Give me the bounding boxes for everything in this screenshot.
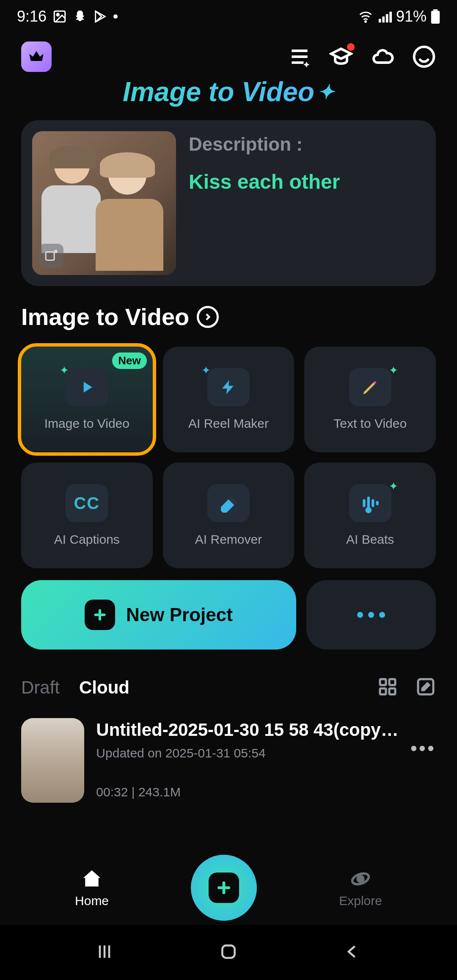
system-nav — [0, 925, 457, 980]
grid-view-icon[interactable] — [377, 677, 398, 699]
pencil-icon: ✦ — [349, 368, 391, 406]
list-sparkle-icon[interactable] — [288, 45, 311, 69]
section-title-row[interactable]: Image to Video — [21, 303, 457, 330]
svg-rect-8 — [433, 9, 438, 11]
promo-description: Kiss each other — [189, 170, 340, 193]
chevron-right-circle-icon — [197, 306, 219, 328]
audio-beats-icon: ✦ — [349, 484, 391, 522]
more-options-button[interactable] — [306, 580, 436, 650]
status-time: 9:16 — [17, 8, 47, 25]
notification-dot-icon — [113, 14, 118, 19]
bottom-nav: Home Explore — [0, 855, 457, 921]
eraser-icon — [207, 484, 250, 522]
tool-ai-remover[interactable]: AI Remover — [163, 462, 295, 568]
sparkle-icon: ✦ — [60, 364, 69, 377]
tool-label: AI Beats — [346, 532, 394, 547]
svg-rect-33 — [222, 945, 234, 958]
battery-text: 91% — [396, 8, 427, 25]
sparkle-icon: ✦ — [389, 480, 398, 493]
project-item[interactable]: Untitled-2025-01-30 15 58 43(copy… Updat… — [0, 699, 457, 803]
status-bar: 9:16 91% — [0, 0, 457, 30]
nav-home[interactable]: Home — [75, 867, 109, 908]
tool-label: Image to Video — [44, 416, 129, 431]
cloud-icon[interactable] — [371, 45, 394, 69]
section-title: Image to Video — [21, 303, 189, 330]
sparkle-icon: ✦ — [318, 80, 334, 103]
tool-ai-reel-maker[interactable]: ✦ AI Reel Maker — [163, 347, 295, 452]
svg-rect-4 — [382, 17, 385, 22]
new-badge: New — [112, 352, 146, 369]
nav-explore[interactable]: Explore — [339, 867, 382, 908]
lightning-icon: ✦ — [207, 368, 250, 406]
edit-icon[interactable] — [416, 677, 436, 699]
svg-rect-21 — [380, 679, 386, 685]
play-store-icon — [93, 9, 107, 24]
svg-rect-3 — [379, 19, 381, 23]
premium-crown-button[interactable] — [21, 41, 52, 72]
project-row: New Project — [0, 568, 457, 650]
cc-icon: CC — [66, 484, 108, 522]
tool-image-to-video[interactable]: New ✦ Image to Video — [21, 347, 153, 452]
svg-rect-23 — [380, 688, 386, 694]
image-icon — [52, 9, 67, 24]
svg-point-29 — [358, 876, 363, 882]
tool-label: Text to Video — [333, 416, 407, 431]
plus-icon — [209, 873, 239, 903]
tab-cloud[interactable]: Cloud — [79, 677, 129, 698]
tab-draft[interactable]: Draft — [21, 677, 60, 698]
svg-point-1 — [57, 14, 59, 16]
new-project-button[interactable]: New Project — [21, 580, 296, 650]
tool-text-to-video[interactable]: ✦ Text to Video — [304, 347, 436, 452]
project-stats: 00:32 | 243.1M — [96, 785, 398, 799]
home-button[interactable] — [219, 942, 238, 963]
wifi-icon — [358, 9, 373, 24]
signal-icon — [377, 9, 392, 24]
graduation-icon[interactable] — [329, 45, 353, 69]
notification-badge-icon — [347, 43, 355, 51]
recents-button[interactable] — [95, 942, 114, 963]
tool-label: AI Remover — [195, 532, 262, 547]
promo-card[interactable]: Description : Kiss each other — [21, 120, 436, 286]
gallery-add-icon — [39, 244, 63, 268]
svg-point-12 — [414, 47, 434, 67]
svg-point-18 — [366, 509, 370, 512]
tool-ai-captions[interactable]: CC AI Captions — [21, 462, 153, 568]
svg-rect-7 — [431, 11, 440, 24]
svg-point-2 — [365, 21, 366, 22]
tabs-row: Draft Cloud — [0, 650, 457, 699]
project-updated: Updated on 2025-01-31 05:54 — [96, 746, 398, 760]
tool-label: AI Captions — [54, 532, 120, 547]
plus-icon — [85, 600, 115, 630]
promo-thumbnail — [32, 131, 176, 275]
back-button[interactable] — [343, 942, 362, 963]
project-title: Untitled-2025-01-30 15 58 43(copy… — [96, 720, 398, 740]
svg-rect-13 — [46, 252, 54, 260]
project-menu-icon[interactable]: ••• — [410, 718, 436, 803]
project-thumbnail — [21, 718, 84, 803]
tool-ai-beats[interactable]: ✦ AI Beats — [304, 462, 436, 568]
top-toolbar — [0, 30, 457, 76]
promo-label: Description : — [189, 134, 340, 155]
battery-icon — [431, 9, 440, 24]
svg-rect-22 — [389, 679, 395, 685]
sparkle-icon: ✦ — [201, 364, 211, 377]
svg-rect-24 — [389, 688, 395, 694]
play-video-icon: ✦ — [66, 368, 108, 406]
sparkle-icon: ✦ — [389, 364, 398, 377]
tool-grid: New ✦ Image to Video ✦ AI Reel Maker ✦ T… — [0, 330, 457, 568]
svg-rect-6 — [389, 12, 392, 22]
tool-label: AI Reel Maker — [188, 416, 269, 431]
hero-title: Image to Video ✦ — [0, 76, 457, 107]
smiley-icon[interactable] — [412, 45, 436, 69]
svg-rect-5 — [386, 14, 388, 22]
snapchat-icon — [73, 9, 87, 24]
central-add-button[interactable] — [191, 855, 257, 921]
